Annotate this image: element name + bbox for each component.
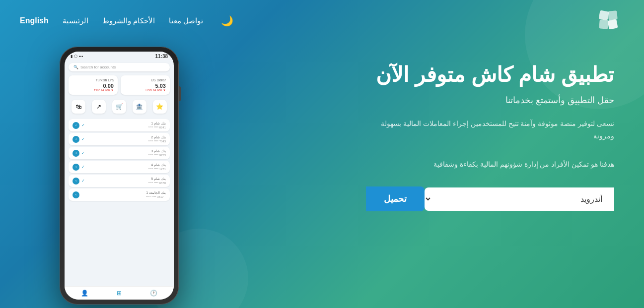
account-item-2[interactable]: بنك شام 2 **** **** 7043 ✓ › (69, 133, 170, 145)
try-arrow: ▼ (111, 89, 114, 92)
account-check-3: ✓ (81, 151, 85, 155)
nav-item-terms[interactable]: الأحكام والشروط (102, 16, 155, 25)
signal-icon: ▪▪▪ (79, 54, 83, 59)
account-number-1: **** **** 0241 (148, 126, 166, 129)
hero-description-2: هدفنا هو تمكين الأفراد من إدارة شؤونهم ا… (366, 158, 614, 171)
account-actions-6: › (72, 191, 79, 198)
phone-search-icon: 🔍 (73, 65, 78, 69)
svg-rect-1 (608, 10, 618, 20)
account-item-6[interactable]: بنك الجامعة 1 **** **** 3517 › (69, 188, 170, 201)
try-change-value: 34.400 TRY (94, 89, 110, 92)
account-info-4: بنك شام 4 **** **** 1271 (148, 163, 166, 171)
account-check-1: ✓ (81, 123, 85, 127)
action-star[interactable]: ⭐ (153, 100, 167, 114)
dark-mode-button[interactable]: 🌙 (217, 13, 237, 29)
account-actions-5: ✓ › (72, 178, 85, 185)
try-name: Turkish Lira (72, 78, 114, 82)
english-link[interactable]: English (20, 16, 49, 25)
account-info-6: بنك الجامعة 1 **** **** 3517 (146, 191, 166, 198)
phone-action-icons: ⭐ 🏦 🛒 ↗ 🛍 (65, 98, 174, 116)
account-actions-3: ✓ › (72, 150, 85, 157)
account-info-3: بنك شام 3 **** **** 9253 (148, 149, 166, 157)
account-badge-6[interactable]: › (72, 191, 79, 198)
usd-arrow: ▼ (163, 89, 166, 92)
account-check-5: ✓ (81, 179, 85, 183)
account-label-2: بنك شام 2 (148, 135, 166, 139)
account-badge-5[interactable]: › (72, 178, 79, 185)
nav-clock-icon[interactable]: 🕐 (150, 290, 157, 297)
account-item-5[interactable]: بنك شام 5 **** **** 6570 ✓ › (69, 175, 170, 187)
account-info-2: بنك شام 2 **** **** 7043 (148, 135, 166, 143)
account-number-2: **** **** 7043 (148, 140, 166, 143)
nav-person-icon[interactable]: 👤 (81, 290, 88, 297)
action-bag[interactable]: 🛍 (72, 100, 85, 114)
logo[interactable] (594, 6, 624, 36)
account-check-2: ✓ (81, 137, 85, 141)
nav-item-dark-mode[interactable]: 🌙 (217, 13, 237, 29)
terms-link[interactable]: الأحكام والشروط (102, 16, 155, 25)
phone-bottom-nav: 🕐 ⊞ 👤 (65, 286, 174, 300)
page-wrapper: 🌙 تواصل معنا الأحكام والشروط الرئيسية En… (0, 0, 644, 308)
hero-subtitle: حقل التطبيق وأستمتع بخدماتنا (316, 95, 614, 106)
action-cart[interactable]: 🛒 (112, 100, 126, 114)
account-badge-2[interactable]: › (72, 136, 79, 143)
home-link[interactable]: الرئيسية (63, 16, 88, 25)
usd-value: 5.03 (125, 83, 166, 89)
account-item-4[interactable]: بنك شام 4 **** **** 1271 ✓ › (69, 161, 170, 173)
phone-time: 11:38 (155, 54, 168, 59)
nav-grid-icon[interactable]: ⊞ (117, 290, 122, 297)
account-label-1: بنك شام 1 (148, 122, 166, 125)
nav-links: 🌙 تواصل معنا الأحكام والشروط الرئيسية En… (20, 13, 237, 29)
usd-change-value: 34.900 USD (145, 89, 162, 92)
account-badge-4[interactable]: › (72, 164, 79, 171)
logo-icon (594, 6, 624, 36)
account-check-4: ✓ (81, 165, 85, 169)
phone-status-bar: 11:38 ▪▪▪ ⬡ ▮ (65, 52, 174, 61)
phone-search-bar[interactable]: Search for accounts 🔍 (69, 63, 170, 71)
usd-name: US Dollar (125, 78, 166, 82)
phone-screen: 11:38 ▪▪▪ ⬡ ▮ Search for accounts 🔍 (65, 52, 174, 300)
account-label-5: بنك شام 5 (148, 177, 166, 181)
download-button[interactable]: تحميل (366, 186, 425, 211)
usd-change: ▼ 34.900 USD (125, 89, 166, 92)
wifi-icon: ⬡ (74, 54, 77, 59)
account-actions-2: ✓ › (72, 136, 85, 143)
account-info-1: بنك شام 1 **** **** 0241 (148, 122, 166, 129)
usd-card: US Dollar 5.03 ▼ 34.900 USD (121, 75, 170, 95)
account-label-4: بنك شام 4 (148, 163, 166, 167)
try-change: ▼ 34.400 TRY (72, 89, 114, 92)
nav-item-english[interactable]: English (20, 16, 49, 25)
account-actions-4: ✓ › (72, 164, 85, 171)
account-number-4: **** **** 1271 (148, 168, 166, 171)
hero-content: تطبيق شام كاش متوفر الآن حقل التطبيق وأس… (316, 52, 614, 211)
account-badge-1[interactable]: › (72, 122, 79, 129)
phone-search-placeholder: Search for accounts (80, 65, 165, 69)
action-bank[interactable]: 🏦 (133, 100, 146, 114)
hero-section: تطبيق شام كاش متوفر الآن حقل التطبيق وأس… (0, 42, 644, 308)
hero-title: تطبيق شام كاش متوفر الآن (316, 62, 614, 89)
svg-rect-2 (599, 19, 609, 29)
platform-select[interactable]: أندرويد iOS (425, 187, 614, 211)
action-transfer[interactable]: ↗ (92, 100, 106, 114)
account-item-1[interactable]: بنك شام 1 **** **** 0241 ✓ › (69, 119, 170, 131)
phone-mockup: 11:38 ▪▪▪ ⬡ ▮ Search for accounts 🔍 (40, 47, 199, 308)
hero-description-1: نسعى لتوفير منصة موثوقة وآمنة تتيح للمست… (366, 118, 614, 142)
account-number-6: **** **** 3517 (146, 195, 166, 198)
phone-indicators: ▪▪▪ ⬡ ▮ (71, 54, 83, 59)
account-item-3[interactable]: بنك شام 3 **** **** 9253 ✓ › (69, 147, 170, 159)
currency-row: US Dollar 5.03 ▼ 34.900 USD Turkish Lira… (65, 73, 174, 97)
account-badge-3[interactable]: › (72, 150, 79, 157)
svg-rect-0 (599, 10, 609, 21)
navbar: 🌙 تواصل معنا الأحكام والشروط الرئيسية En… (0, 0, 644, 42)
account-list: بنك شام 1 **** **** 0241 ✓ › بنك شام 2 (65, 117, 174, 203)
account-number-3: **** **** 9253 (148, 154, 166, 157)
nav-item-contact[interactable]: تواصل معنا (169, 16, 203, 25)
account-info-5: بنك شام 5 **** **** 6570 (148, 177, 166, 185)
account-number-5: **** **** 6570 (148, 182, 166, 185)
contact-link[interactable]: تواصل معنا (169, 16, 203, 25)
moon-icon: 🌙 (221, 15, 233, 27)
account-label-6: بنك الجامعة 1 (146, 191, 166, 195)
nav-item-home[interactable]: الرئيسية (63, 16, 88, 25)
battery-icon: ▮ (71, 54, 72, 59)
svg-rect-3 (608, 19, 618, 30)
